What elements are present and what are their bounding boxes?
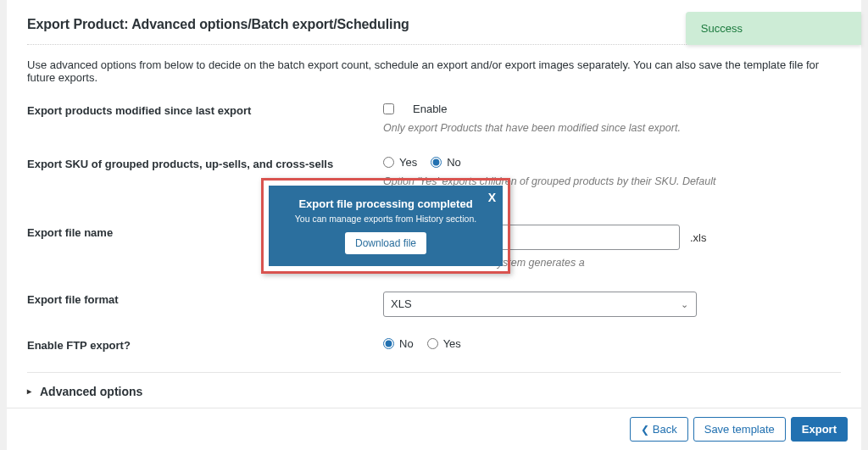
grouped-sku-yes-option[interactable]: Yes: [383, 156, 417, 169]
advanced-options-label: Advanced options: [40, 385, 142, 398]
success-toast: Success: [686, 12, 861, 45]
fileformat-select[interactable]: XLS: [383, 292, 697, 317]
grouped-sku-no-label: No: [447, 156, 461, 169]
ftp-yes-radio[interactable]: [427, 338, 438, 349]
row-fileformat: Export file format XLS ⌄: [27, 292, 841, 317]
grouped-sku-yes-label: Yes: [399, 156, 417, 169]
page-intro: Use advanced options from below to decid…: [27, 58, 841, 84]
grouped-sku-yes-radio[interactable]: [383, 157, 394, 168]
filename-extension: .xls: [690, 231, 707, 244]
advanced-options-accordion[interactable]: ▸ Advanced options: [27, 372, 841, 408]
fileformat-label: Export file format: [27, 292, 383, 306]
close-icon[interactable]: X: [488, 191, 496, 204]
modal-highlight-box: X Export file processing completed You c…: [261, 178, 510, 274]
ftp-no-option[interactable]: No: [383, 337, 414, 350]
ftp-yes-option[interactable]: Yes: [427, 337, 461, 350]
ftp-no-label: No: [399, 337, 414, 350]
caret-right-icon: ▸: [27, 386, 31, 396]
download-file-button[interactable]: Download file: [345, 232, 426, 254]
dialog-subtitle: You can manage exports from History sect…: [277, 214, 494, 224]
dialog-title: Export file processing completed: [277, 197, 494, 210]
modified-label: Export products modified since last expo…: [27, 103, 383, 117]
grouped-sku-no-radio[interactable]: [431, 157, 442, 168]
ftp-label: Enable FTP export?: [27, 337, 383, 352]
ftp-no-radio[interactable]: [383, 338, 394, 349]
modified-enable-checkbox[interactable]: [383, 103, 394, 114]
footer-bar: ❮ Back Save template Export: [7, 408, 861, 415]
grouped-sku-no-option[interactable]: No: [431, 156, 461, 169]
success-toast-text: Success: [701, 22, 743, 35]
modified-help: Only export Products that have been modi…: [383, 120, 722, 136]
modified-enable-label: Enable: [413, 103, 447, 115]
export-complete-dialog: X Export file processing completed You c…: [269, 186, 503, 266]
row-modified-since: Export products modified since last expo…: [27, 103, 841, 136]
ftp-yes-label: Yes: [443, 337, 461, 350]
grouped-sku-label: Export SKU of grouped products, up-sells…: [27, 156, 383, 170]
row-ftp: Enable FTP export? No Yes: [27, 337, 841, 352]
